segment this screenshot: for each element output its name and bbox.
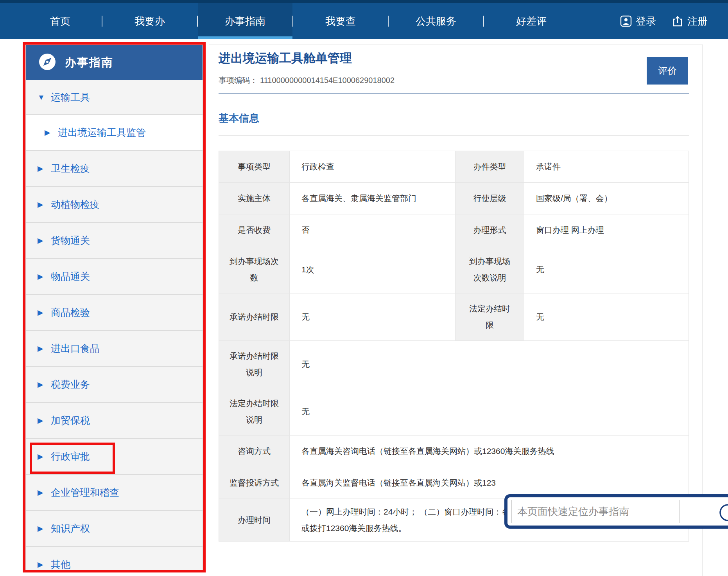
sidebar-item-label: 物品通关 (51, 270, 90, 283)
login-button[interactable]: 登录 (620, 14, 656, 28)
table-label-cell: 办件类型 (455, 151, 524, 182)
table-value-cell: 各直属海关监督电话（链接至各直属海关网站）或123 (290, 467, 689, 499)
register-button[interactable]: 注册 (672, 14, 708, 28)
quick-locate-input[interactable] (511, 500, 680, 523)
table-label-cell: 承诺办结时限说明 (219, 341, 290, 388)
sidebar-item-3[interactable]: ▶动植物检疫 (26, 187, 203, 223)
page-header: 进出境运输工具舱单管理 事项编码：11100000000014154E10006… (219, 50, 689, 94)
sidebar-item-label: 进出口食品 (51, 342, 100, 355)
search-icon[interactable] (718, 502, 728, 527)
sidebar-item-label: 企业管理和稽查 (51, 486, 119, 499)
sidebar-item-label: 动植物检疫 (51, 198, 100, 211)
chevron-right-icon: ▶ (38, 164, 51, 173)
table-value-cell: 无 (290, 388, 689, 435)
table-label-cell: 实施主体 (219, 183, 290, 214)
sidebar-item-label: 运输工具 (51, 91, 90, 104)
sidebar-annotation-box: 办事指南 ▼运输工具▶进出境运输工具监管▶卫生检疫▶动植物检疫▶货物通关▶物品通… (23, 42, 206, 572)
sidebar-title: 办事指南 (65, 55, 113, 70)
nav-item-0[interactable]: 首页 (19, 3, 102, 39)
chevron-right-icon: ▶ (38, 344, 51, 353)
chevron-right-icon: ▶ (38, 452, 51, 461)
table-label-cell: 行使层级 (455, 183, 524, 214)
sidebar-item-1[interactable]: ▶进出境运输工具监管 (26, 115, 203, 151)
table-value-cell: 否 (290, 214, 455, 246)
sidebar-item-10[interactable]: ▶行政审批 (26, 439, 203, 475)
sidebar-item-label: 货物通关 (51, 234, 90, 247)
nav-item-3[interactable]: 我要查 (293, 3, 388, 39)
table-value-cell: 各直属海关咨询电话（链接至各直属海关网站）或12360海关服务热线 (290, 436, 689, 467)
sidebar-item-8[interactable]: ▶税费业务 (26, 367, 203, 403)
chevron-down-icon: ▼ (38, 93, 51, 102)
sidebar-menu: ▼运输工具▶进出境运输工具监管▶卫生检疫▶动植物检疫▶货物通关▶物品通关▶商品检… (26, 80, 203, 572)
login-label: 登录 (636, 14, 656, 28)
table-label-cell: 事项类型 (219, 151, 290, 182)
chevron-right-icon: ▶ (38, 200, 51, 209)
section-divider (219, 135, 689, 136)
table-row: 承诺办结时限无法定办结时限无 (219, 293, 689, 340)
table-label-cell: 办理时间 (219, 499, 290, 541)
item-code-line: 事项编码：11100000000014154E1000629018002 (219, 75, 689, 86)
sidebar-item-label: 行政审批 (51, 450, 90, 463)
sidebar-item-label: 进出境运输工具监管 (58, 126, 146, 139)
sidebar-item-label: 商品检验 (51, 306, 90, 319)
chevron-right-icon: ▶ (38, 524, 51, 533)
sidebar-header: 办事指南 (26, 45, 203, 80)
basic-info-section-title: 基本信息 (219, 112, 689, 125)
chevron-right-icon: ▶ (38, 416, 51, 425)
sidebar-item-label: 其他 (51, 558, 70, 571)
sidebar-item-13[interactable]: ▶其他 (26, 547, 203, 572)
sidebar-item-5[interactable]: ▶物品通关 (26, 259, 203, 295)
top-strip (0, 0, 728, 3)
table-row: 承诺办结时限说明无 (219, 340, 689, 388)
evaluate-button[interactable]: 评价 (647, 57, 688, 85)
basic-info-table: 事项类型行政检查办件类型承诺件实施主体各直属海关、隶属海关监管部门行使层级国家级… (219, 151, 689, 542)
table-row: 法定办结时限说明无 (219, 388, 689, 435)
table-value-cell: 行政检查 (290, 151, 455, 182)
chevron-right-icon: ▶ (45, 128, 58, 137)
table-value-cell: 无 (290, 341, 689, 388)
sidebar-item-2[interactable]: ▶卫生检疫 (26, 151, 203, 187)
nav-item-2[interactable]: 办事指南 (198, 3, 292, 39)
chevron-right-icon: ▶ (38, 308, 51, 317)
sidebar-item-9[interactable]: ▶加贸保税 (26, 403, 203, 439)
quick-locate-widget (504, 494, 728, 529)
nav-item-1[interactable]: 我要办 (102, 3, 197, 39)
sidebar-item-11[interactable]: ▶企业管理和稽查 (26, 475, 203, 511)
sidebar-item-label: 卫生检疫 (51, 162, 90, 175)
register-label: 注册 (687, 14, 708, 28)
nav-item-5[interactable]: 好差评 (484, 3, 579, 39)
sidebar-item-7[interactable]: ▶进出口食品 (26, 331, 203, 367)
chevron-right-icon: ▶ (38, 380, 51, 389)
chevron-right-icon: ▶ (38, 560, 51, 569)
sidebar: 办事指南 ▼运输工具▶进出境运输工具监管▶卫生检疫▶动植物检疫▶货物通关▶物品通… (25, 45, 203, 572)
table-row: 实施主体各直属海关、隶属海关监管部门行使层级国家级/局（署、会） (219, 182, 689, 214)
main-nav: 首页我要办办事指南我要查公共服务好差评 登录 注册 (0, 3, 728, 39)
sidebar-item-12[interactable]: ▶知识产权 (26, 511, 203, 547)
table-value-cell: 无 (290, 293, 455, 340)
table-row: 是否收费否办理形式窗口办理 网上办理 (219, 214, 689, 246)
table-value-cell: 国家级/局（署、会） (524, 183, 689, 214)
table-label-cell: 咨询方式 (219, 436, 290, 467)
table-label-cell: 法定办结时限说明 (219, 388, 290, 435)
login-icon (620, 15, 632, 27)
table-label-cell: 法定办结时限 (455, 293, 524, 340)
compass-icon (38, 53, 56, 72)
page-title: 进出境运输工具舱单管理 (219, 50, 689, 67)
item-code-value: 11100000000014154E1000629018002 (260, 76, 394, 85)
register-icon (672, 15, 683, 27)
table-value-cell: 无 (524, 246, 689, 293)
table-row: 监督投诉方式各直属海关监督电话（链接至各直属海关网站）或123 (219, 467, 689, 499)
chevron-right-icon: ▶ (38, 236, 51, 245)
table-value-cell: 各直属海关、隶属海关监管部门 (290, 183, 455, 214)
sidebar-item-0[interactable]: ▼运输工具 (26, 80, 203, 115)
table-label-cell: 办理形式 (455, 214, 524, 246)
table-label-cell: 是否收费 (219, 214, 290, 246)
sidebar-item-label: 加贸保税 (51, 414, 90, 427)
table-label-cell: 到办事现场次数说明 (455, 246, 524, 293)
nav-item-4[interactable]: 公共服务 (389, 3, 483, 39)
table-label-cell: 监督投诉方式 (219, 467, 290, 499)
chevron-right-icon: ▶ (38, 272, 51, 281)
table-value-cell: 无 (524, 293, 689, 340)
sidebar-item-4[interactable]: ▶货物通关 (26, 223, 203, 259)
sidebar-item-6[interactable]: ▶商品检验 (26, 295, 203, 331)
